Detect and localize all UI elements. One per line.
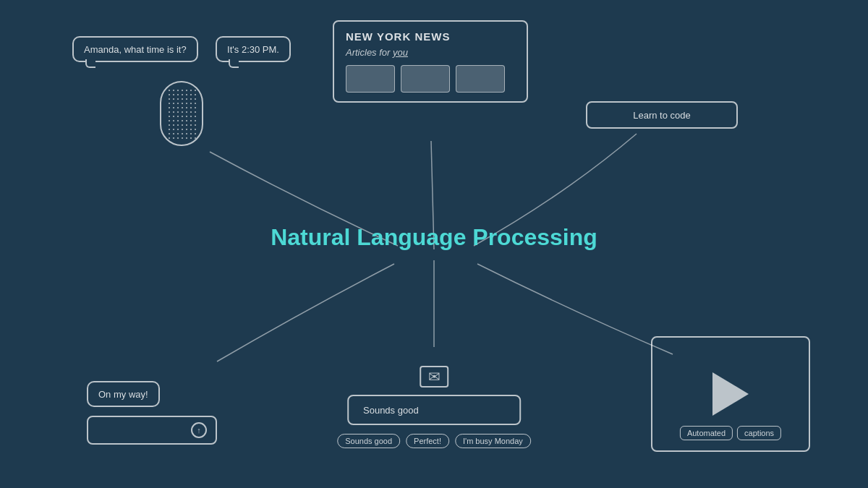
- news-title: NEW YORK NEWS: [346, 30, 515, 43]
- caption-label-2: captions: [737, 426, 781, 440]
- play-icon[interactable]: [712, 372, 749, 416]
- email-reply-box: Sounds good: [347, 395, 521, 425]
- news-card: NEW YORK NEWS Articles for you: [333, 20, 528, 103]
- message-input[interactable]: ↑: [87, 416, 217, 445]
- caption-labels: Automated captions: [680, 426, 781, 440]
- answer-text: It's 2:30 PM.: [227, 44, 279, 55]
- news-thumb-1: [346, 65, 395, 93]
- caption-label-1: Automated: [680, 426, 733, 440]
- alexa-dots: [161, 82, 202, 145]
- learn-to-code-box: Learn to code: [586, 101, 738, 129]
- video-box: Automated captions: [651, 336, 810, 452]
- email-section: Sounds good Sounds good Perfect! I'm bus…: [337, 366, 531, 448]
- message-bubble: On my way!: [87, 381, 160, 407]
- email-icon: [420, 366, 448, 388]
- news-thumb-3: [456, 65, 505, 93]
- answer-bubble: It's 2:30 PM.: [216, 36, 291, 62]
- email-reply-text: Sounds good: [363, 405, 419, 416]
- articles-label: Articles for you: [346, 47, 515, 58]
- voice-assistant-section: Amanda, what time is it? It's 2:30 PM.: [72, 36, 291, 146]
- video-section: Automated captions: [651, 336, 810, 452]
- news-thumb-2: [401, 65, 450, 93]
- news-thumbnails: [346, 65, 515, 93]
- messaging-section: On my way! ↑: [87, 381, 217, 445]
- question-bubble: Amanda, what time is it?: [72, 36, 198, 62]
- smart-reply-3[interactable]: I'm busy Monday: [455, 434, 531, 448]
- learn-to-code-label: Learn to code: [633, 110, 691, 121]
- smart-replies: Sounds good Perfect! I'm busy Monday: [337, 434, 531, 448]
- smart-reply-1[interactable]: Sounds good: [337, 434, 400, 448]
- smart-reply-2[interactable]: Perfect!: [406, 434, 449, 448]
- nlp-title: Natural Language Processing: [271, 224, 597, 251]
- message-text: On my way!: [98, 389, 148, 400]
- envelope-icon: [428, 368, 441, 385]
- send-icon[interactable]: ↑: [191, 422, 207, 438]
- alexa-device: [160, 81, 203, 146]
- question-text: Amanda, what time is it?: [84, 44, 187, 55]
